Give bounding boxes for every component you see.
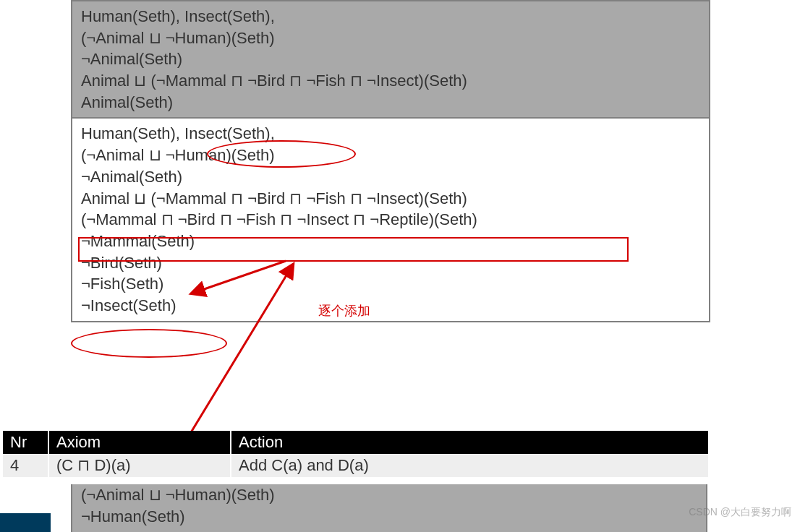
- header-axiom: Axiom: [48, 431, 231, 454]
- header-action: Action: [231, 431, 708, 454]
- watermark: CSDN @大白要努力啊: [689, 506, 791, 519]
- axiom-line: (¬Animal ⊔ ¬Human)(Seth): [81, 27, 700, 49]
- slide-footer-strip: [0, 513, 51, 532]
- axiom-line: (¬Animal ⊔ ¬Human)(Seth): [81, 145, 700, 166]
- axiom-line: Human(Seth), Insect(Seth),: [81, 123, 700, 145]
- axiom-line: Animal ⊔ (¬Mammal ⊓ ¬Bird ⊓ ¬Fish ⊓ ¬Ins…: [81, 70, 700, 92]
- axiom-line: ¬Bird(Seth): [81, 252, 700, 274]
- axiom-line: ¬Fish(Seth): [81, 273, 700, 295]
- annotation-circle-not-insect: [71, 329, 227, 358]
- table-header-row: Nr Axiom Action: [3, 431, 708, 454]
- axiom-line: ¬Human(Seth): [81, 506, 697, 528]
- mid-white-block: Human(Seth), Insect(Seth), (¬Animal ⊔ ¬H…: [72, 119, 709, 320]
- axiom-line: Animal(Seth): [81, 92, 700, 113]
- axiom-line: (¬Mammal ⊓ ¬Bird ⊓ ¬Fish ⊓ ¬Insect ⊓ ¬Re…: [81, 209, 700, 231]
- table-row: 4 (C ⊓ D)(a) Add C(a) and D(a): [3, 454, 708, 477]
- axiom-line: Human(Seth), Insect(Seth),: [81, 6, 700, 27]
- rule-table: Nr Axiom Action 4 (C ⊓ D)(a) Add C(a) an…: [3, 431, 708, 477]
- cell-axiom: (C ⊓ D)(a): [48, 454, 231, 477]
- axiom-line: ¬Mammal(Seth): [81, 231, 700, 252]
- proof-box: Human(Seth), Insect(Seth), (¬Animal ⊔ ¬H…: [71, 0, 710, 322]
- bottom-gray-block: (¬Animal ⊔ ¬Human)(Seth) ¬Human(Seth): [71, 484, 707, 532]
- axiom-line: (¬Animal ⊔ ¬Human)(Seth): [81, 484, 697, 506]
- axiom-line: ¬Animal(Seth): [81, 166, 700, 188]
- header-nr: Nr: [3, 431, 48, 454]
- axiom-line: ¬Insect(Seth): [81, 295, 700, 317]
- axiom-line: ¬Animal(Seth): [81, 48, 700, 70]
- cell-action: Add C(a) and D(a): [231, 454, 708, 477]
- axiom-line: Animal ⊔ (¬Mammal ⊓ ¬Bird ⊓ ¬Fish ⊓ ¬Ins…: [81, 188, 700, 210]
- top-gray-block: Human(Seth), Insect(Seth), (¬Animal ⊔ ¬H…: [72, 1, 709, 119]
- cell-nr: 4: [3, 454, 48, 477]
